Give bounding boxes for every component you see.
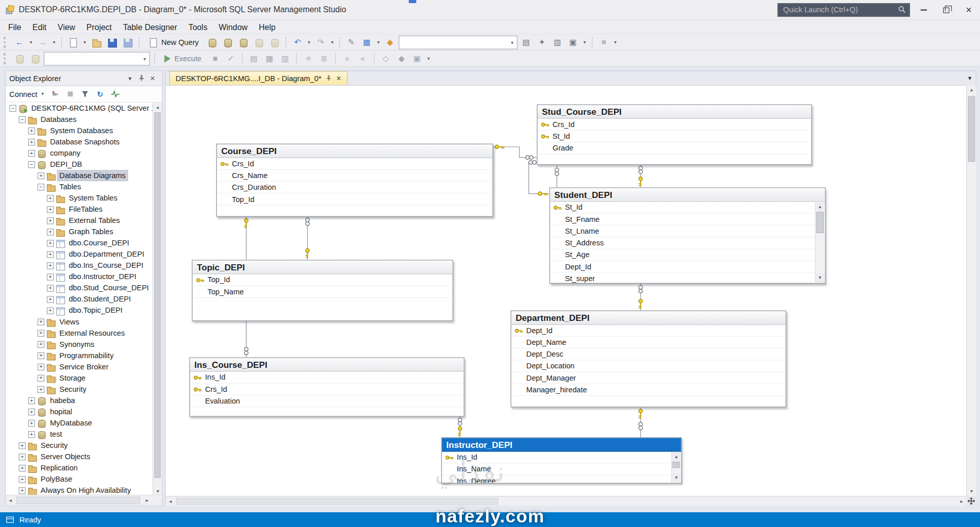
column-row-grade[interactable]: Grade xyxy=(537,142,811,154)
expand-icon[interactable]: + xyxy=(37,318,44,325)
menu-tools[interactable]: Tools xyxy=(183,20,213,34)
dropdown-caret-icon[interactable]: ▾ xyxy=(306,39,312,45)
scroll-left-icon[interactable]: ◄ xyxy=(165,496,175,506)
column-row-crs-name[interactable]: Crs_Name xyxy=(217,170,493,182)
diagram-table-topic-depi[interactable]: Topic_DEPITop_IdTop_Name xyxy=(192,260,453,321)
table-header[interactable]: Department_DEPI xyxy=(511,311,786,325)
dropdown-caret-icon[interactable]: ▾ xyxy=(426,56,431,61)
dropdown-caret-icon[interactable]: ▾ xyxy=(329,39,335,45)
object-explorer-horizontal-scrollbar[interactable]: ◄ ► xyxy=(6,495,162,506)
toolbar-combo[interactable]: ▾ xyxy=(399,35,518,49)
scroll-thumb[interactable] xyxy=(968,96,975,162)
window-list-icon[interactable]: ▼ xyxy=(967,75,972,81)
tree-item-dbo-course-depi[interactable]: +dbo.Course_DEPI xyxy=(6,237,162,248)
menu-file[interactable]: File xyxy=(3,20,27,34)
tree-item-dbo-student-depi[interactable]: +dbo.Student_DEPI xyxy=(6,294,162,305)
expand-icon[interactable]: + xyxy=(47,240,54,246)
collapse-icon[interactable]: − xyxy=(28,161,35,167)
relationship-line[interactable] xyxy=(529,162,549,193)
column-row-st-fname[interactable]: St_Fname xyxy=(550,214,825,225)
panel-menu-icon[interactable]: ▾ xyxy=(125,75,136,82)
menu-edit[interactable]: Edit xyxy=(27,20,52,34)
expand-icon[interactable]: + xyxy=(37,330,44,336)
expand-icon[interactable]: + xyxy=(28,397,35,404)
more-tools-icon[interactable]: ≡ xyxy=(597,35,610,49)
table-header[interactable]: Student_DEPI xyxy=(550,188,825,202)
stop-icon[interactable] xyxy=(65,89,76,99)
sqlcmd-mode-icon[interactable]: ▣ xyxy=(410,52,424,65)
expand-icon[interactable]: + xyxy=(28,408,35,415)
tree-item-company[interactable]: +company xyxy=(6,147,162,159)
diagram-table-department-depi[interactable]: Department_DEPIDept_IdDept_NameDept_Desc… xyxy=(510,311,786,408)
pin-icon[interactable] xyxy=(326,74,332,83)
scroll-up-icon[interactable]: ▲ xyxy=(967,85,976,94)
column-row-crs-id[interactable]: Crs_Id xyxy=(217,158,493,170)
expand-icon[interactable]: + xyxy=(19,442,26,448)
new-query-button[interactable]: New Query xyxy=(144,35,203,49)
expand-icon[interactable]: + xyxy=(47,273,54,280)
scroll-right-icon[interactable]: ► xyxy=(142,496,152,505)
expand-icon[interactable]: + xyxy=(28,431,35,437)
uncomment-icon[interactable]: ≣ xyxy=(317,52,331,65)
tree-item-desktop-6rc1kmg-sql-server-14-0-1[interactable]: −DESKTOP-6RC1KMG (SQL Server 14.0.1 xyxy=(6,103,162,114)
scroll-up-icon[interactable]: ▲ xyxy=(153,103,162,112)
column-row-crs-id[interactable]: Crs_Id xyxy=(537,119,811,131)
scroll-thumb[interactable] xyxy=(816,212,824,233)
execute-button[interactable]: Execute xyxy=(159,52,206,65)
dropdown-caret-icon[interactable]: ▾ xyxy=(82,39,87,45)
expand-icon[interactable]: + xyxy=(28,149,35,156)
toolbar-combo-caret-icon[interactable]: ▾ xyxy=(509,40,515,45)
table-header[interactable]: Topic_DEPI xyxy=(192,261,452,274)
diagram-tab[interactable]: DESKTOP-6RC1KMG....I_DB - Diagram_0* × xyxy=(169,71,348,85)
tree-item-dbo-department-depi[interactable]: +dbo.Department_DEPI xyxy=(6,248,162,260)
tree-item-hopital[interactable]: +hopital xyxy=(6,406,162,417)
scroll-thumb[interactable] xyxy=(154,112,160,478)
activity-monitor-icon[interactable] xyxy=(110,89,120,99)
column-row-top-name[interactable]: Top_Name xyxy=(192,286,452,298)
menu-window[interactable]: Window xyxy=(213,20,253,34)
close-panel-icon[interactable]: × xyxy=(147,73,158,83)
expand-icon[interactable]: + xyxy=(37,374,44,381)
new-dmx-query-icon[interactable] xyxy=(220,35,234,49)
tree-item-programmability[interactable]: +Programmability xyxy=(6,350,162,361)
column-row-st-super[interactable]: St_super xyxy=(550,273,825,284)
undo-icon[interactable]: ↶ xyxy=(290,35,304,49)
column-row-st-id[interactable]: St_Id xyxy=(537,131,811,142)
tree-item-system-databases[interactable]: +System Databases xyxy=(6,125,162,136)
column-row-dept-name[interactable]: Dept_Name xyxy=(511,337,786,348)
expand-icon[interactable]: + xyxy=(19,453,26,460)
expand-icon[interactable]: + xyxy=(28,127,35,134)
table-header[interactable]: Stud_Course_DEPI xyxy=(537,105,811,119)
column-row-dept-desc[interactable]: Dept_Desc xyxy=(511,348,786,360)
forward-icon[interactable]: → xyxy=(36,35,50,49)
new-xmla-query-icon[interactable] xyxy=(236,35,250,49)
scroll-thumb[interactable] xyxy=(16,496,140,504)
available-databases-icon[interactable] xyxy=(28,52,42,65)
new-file-icon[interactable] xyxy=(66,35,80,49)
table-scrollbar[interactable]: ▲▼ xyxy=(815,203,824,283)
scroll-up-icon[interactable]: ▲ xyxy=(672,453,680,461)
database-selector-combo[interactable]: ▾ xyxy=(44,52,150,65)
menu-table-designer[interactable]: Table Designer xyxy=(117,20,183,34)
expand-icon[interactable]: + xyxy=(47,307,54,314)
scroll-down-icon[interactable]: ▼ xyxy=(816,273,824,282)
diagram-table-course-depi[interactable]: Course_DEPICrs_IdCrs_NameCrs_DurationTop… xyxy=(216,144,493,217)
toolbar-grip[interactable] xyxy=(4,37,7,48)
menu-project[interactable]: Project xyxy=(81,20,117,34)
tree-item-depi-db[interactable]: −DEPI_DB xyxy=(6,159,162,170)
scroll-left-icon[interactable]: ◄ xyxy=(6,496,15,505)
save-all-icon[interactable] xyxy=(120,35,134,49)
collapse-icon[interactable]: − xyxy=(37,183,44,190)
filter-icon[interactable] xyxy=(80,89,90,99)
dropdown-caret-icon[interactable]: ▾ xyxy=(376,39,381,45)
menu-help[interactable]: Help xyxy=(253,20,281,34)
tree-item-databases[interactable]: −Databases xyxy=(6,114,162,125)
object-explorer-vertical-scrollbar[interactable]: ▲ ▼ xyxy=(153,103,162,496)
column-row-ins-id[interactable]: Ins_Id xyxy=(190,372,463,384)
tree-item-synonyms[interactable]: +Synonyms xyxy=(6,339,162,350)
column-row-ins-degree[interactable]: Ins_Degree xyxy=(442,475,681,484)
column-row-dept-id[interactable]: Dept_Id xyxy=(511,325,786,337)
tree-item-dbo-topic-depi[interactable]: +dbo.Topic_DEPI xyxy=(6,305,162,316)
expand-icon[interactable]: + xyxy=(37,386,44,392)
expand-icon[interactable]: + xyxy=(47,229,54,235)
